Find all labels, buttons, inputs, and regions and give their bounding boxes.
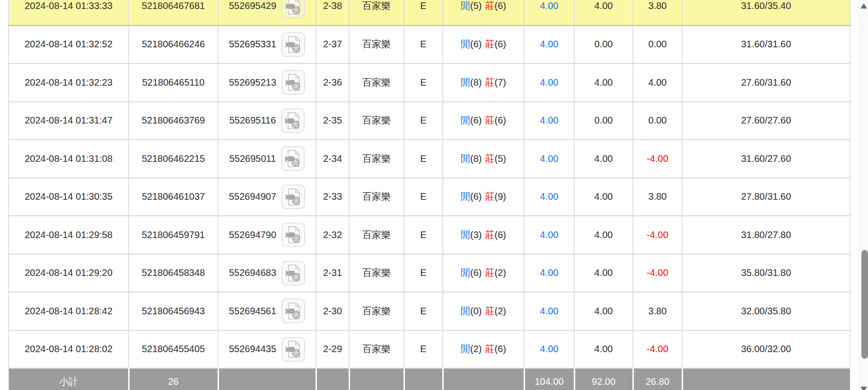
cell-valid-bet: 0.00 [574, 102, 633, 140]
bet-amount-link[interactable]: 4.00 [540, 153, 559, 164]
cell-win-loss: -4.00 [633, 216, 682, 254]
video-replay-button[interactable] [281, 261, 305, 285]
cell-order-id: 521806456943 [129, 292, 218, 330]
video-replay-button[interactable] [281, 337, 305, 362]
player-result-label: 閒 [461, 267, 470, 278]
cell-bet-amount: 4.00 [524, 140, 574, 178]
cell-time: 2024-08-14 01:31:08 [9, 140, 129, 178]
bet-history-row[interactable]: 2024-08-14 01:32:23 521806465110 5526952… [9, 63, 850, 102]
cell-time: 2024-08-14 01:29:20 [9, 254, 129, 292]
bet-history-row[interactable]: 2024-08-14 01:32:52 521806466246 5526953… [9, 26, 850, 64]
game-id-text: 552694561 [229, 306, 276, 317]
player-result-value: (0) [470, 306, 482, 316]
bet-history-row[interactable]: 2024-08-14 01:31:08 521806462215 5526950… [9, 140, 850, 178]
player-result-label: 閒 [461, 39, 470, 49]
cell-time: 2024-08-14 01:31:47 [9, 102, 129, 140]
cell-table-code: E [404, 26, 443, 64]
video-file-icon [285, 226, 302, 244]
player-result-label: 閒 [461, 115, 470, 125]
player-result-value: (5) [470, 0, 482, 11]
bet-history-row[interactable]: 2024-08-14 01:29:20 521806458348 5526946… [9, 254, 850, 292]
bet-history-row[interactable]: 2024-08-14 01:28:42 521806456943 5526945… [9, 292, 850, 330]
scroll-up-arrow-icon[interactable] [860, 3, 867, 9]
player-result-label: 閒 [461, 344, 470, 354]
video-replay-button[interactable] [281, 222, 305, 247]
video-replay-button[interactable] [281, 108, 305, 133]
bet-history-row[interactable]: 2024-08-14 01:30:35 521806461037 5526949… [9, 178, 850, 216]
cell-game-name: 百家樂 [349, 0, 404, 26]
cell-round: 2-37 [316, 26, 349, 64]
scroll-down-arrow-icon[interactable] [860, 387, 867, 390]
video-file-icon [285, 0, 302, 15]
cell-balance: 35.80/31.80 [682, 254, 850, 292]
game-id-text: 552694790 [229, 230, 276, 240]
video-replay-button[interactable] [281, 70, 305, 95]
video-replay-button[interactable] [281, 299, 305, 323]
cell-time: 2024-08-14 01:28:02 [9, 330, 129, 369]
cell-order-id: 521806463769 [129, 102, 218, 140]
player-result-label: 閒 [461, 0, 470, 11]
game-id-text: 552695429 [229, 0, 276, 11]
bet-history-row[interactable]: 2024-08-14 01:28:02 521806455405 5526944… [9, 330, 850, 369]
cell-valid-bet: 4.00 [574, 216, 633, 254]
cell-order-id: 521806455405 [129, 330, 218, 369]
cell-time: 2024-08-14 01:32:52 [9, 26, 129, 64]
cell-table-code: E [404, 102, 443, 140]
bet-amount-link[interactable]: 4.00 [540, 191, 559, 202]
banker-result-value: (6) [495, 39, 506, 49]
game-id-text: 552694435 [229, 344, 276, 355]
player-result-label: 閒 [461, 153, 470, 164]
cell-bet-amount: 4.00 [524, 178, 574, 216]
banker-result-value: (6) [495, 115, 506, 125]
cell-order-id: 521806466246 [129, 26, 218, 64]
bet-history-row[interactable]: 2024-08-14 01:31:47 521806463769 5526951… [9, 102, 850, 140]
bet-amount-link[interactable]: 4.00 [540, 230, 559, 240]
cell-result: 閒(0)莊(2) [443, 292, 524, 330]
footer-subtotal-label: 小計 [9, 368, 129, 390]
cell-result: 閒(6)莊(6) [443, 102, 524, 140]
bet-amount-link[interactable]: 4.00 [540, 115, 559, 125]
cell-game-id: 552695116 [218, 102, 316, 140]
cell-balance: 31.60/35.40 [682, 0, 850, 26]
cell-game-id: 552694561 [218, 292, 316, 330]
player-result-value: (3) [470, 230, 482, 240]
bet-amount-link[interactable]: 4.00 [540, 344, 559, 354]
video-replay-button[interactable] [281, 32, 305, 57]
cell-win-loss: 3.80 [633, 0, 682, 26]
cell-result: 閒(3)莊(6) [443, 216, 524, 254]
cell-valid-bet: 0.00 [574, 26, 633, 64]
video-file-icon [285, 340, 302, 358]
cell-game-id: 552694790 [218, 216, 316, 254]
cell-result: 閒(5)莊(6) [443, 0, 524, 26]
vertical-scrollbar[interactable] [859, 0, 868, 390]
bet-amount-link[interactable]: 4.00 [540, 0, 559, 11]
bet-amount-link[interactable]: 4.00 [540, 306, 559, 316]
player-result-value: (6) [470, 267, 482, 278]
banker-result-value: (2) [495, 306, 506, 316]
cell-balance: 36.00/32.00 [682, 330, 850, 369]
cell-game-name: 百家樂 [349, 26, 404, 64]
banker-result-value: (6) [495, 230, 506, 240]
scrollbar-thumb[interactable] [861, 250, 868, 359]
bet-history-row[interactable]: 2024-08-14 01:33:33 521806467681 5526954… [9, 0, 850, 26]
bet-amount-link[interactable]: 4.00 [540, 39, 559, 49]
video-replay-button[interactable] [281, 0, 305, 18]
video-replay-button[interactable] [281, 185, 305, 209]
cell-order-id: 521806458348 [129, 254, 218, 292]
cell-result: 閒(6)莊(6) [443, 26, 524, 64]
cell-table-code: E [404, 140, 443, 178]
cell-bet-amount: 4.00 [524, 102, 574, 140]
footer-empty-cell [349, 368, 404, 390]
banker-result-label: 莊 [485, 115, 495, 125]
cell-balance: 32.00/35.80 [682, 292, 850, 330]
cell-game-id: 552695011 [218, 140, 316, 178]
bet-amount-link[interactable]: 4.00 [540, 77, 559, 88]
bet-amount-link[interactable]: 4.00 [540, 267, 559, 278]
cell-win-loss: 3.80 [633, 292, 682, 330]
bet-history-row[interactable]: 2024-08-14 01:29:58 521806459791 5526947… [9, 216, 850, 254]
cell-game-name: 百家樂 [349, 140, 404, 178]
video-replay-button[interactable] [281, 146, 305, 171]
cell-balance: 31.60/31.60 [682, 26, 850, 64]
cell-win-loss: 0.00 [633, 102, 682, 140]
cell-round: 2-38 [316, 0, 349, 26]
